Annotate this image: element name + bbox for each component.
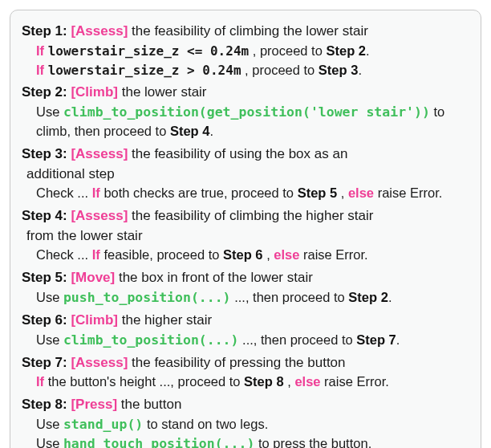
step-1-body-b: If lowerstair_size_z > 0.24m , proceed t… [22, 61, 469, 80]
step-rest-cont: additional step [26, 166, 115, 181]
text: to stand on two legs. [147, 417, 268, 431]
step-rest: the feasibility of climbing the higher s… [132, 208, 373, 223]
text: Check ... [36, 185, 92, 200]
step-rest: the feasibility of pressing the button [132, 355, 346, 370]
target: Step 6 [223, 247, 263, 262]
text: Use [36, 436, 63, 448]
fn: hand_touch_position(...) [63, 436, 254, 448]
target: Step 8 [244, 374, 284, 389]
if-kw: If [36, 43, 44, 58]
text: to press the button. [258, 436, 371, 448]
else-kw: else [274, 247, 299, 262]
step-rest: the box in front of the lower stair [119, 270, 313, 285]
text: Use [36, 332, 63, 347]
step-8-body-2: Use hand_touch_position(...) to press th… [22, 434, 469, 448]
text: Use [36, 290, 63, 304]
step-3-body: Check ... If both checks are true, proce… [22, 184, 469, 203]
text: raise Error. [324, 374, 389, 389]
text: , [287, 374, 294, 389]
step-5-head: Step 5: [Move] the box in front of the l… [22, 268, 469, 288]
if-kw: If [92, 247, 100, 262]
step-action: [Assess] [71, 355, 128, 370]
step-1-head: Step 1: [Assess] the feasibility of clim… [22, 22, 469, 42]
plan-box: Step 1: [Assess] the feasibility of clim… [10, 10, 481, 448]
step-action: [Assess] [71, 146, 128, 161]
text: Use [36, 104, 63, 119]
text: feasible, proceed to [103, 247, 223, 262]
step-5-body: Use push_to_position(...) ..., then proc… [22, 288, 469, 307]
target: Step 5 [298, 185, 338, 200]
step-action: [Move] [71, 270, 115, 285]
target: Step 3 [319, 63, 359, 77]
else-kw: else [294, 374, 320, 389]
step-1-body-a: If lowerstair_size_z <= 0.24m , proceed … [22, 42, 469, 61]
step-action: [Climb] [71, 84, 118, 100]
code: lowerstair_size_z <= 0.24m [48, 43, 249, 59]
if-kw: If [36, 374, 44, 389]
step-8-head: Step 8: [Press] the button [22, 395, 469, 415]
text: raise Error. [303, 247, 368, 262]
fn: climb_to_position(get_position('lower st… [63, 104, 430, 120]
step-3-head-cont: additional step [22, 165, 469, 185]
step-rest: the lower stair [122, 84, 207, 100]
step-num: Step 3: [22, 146, 67, 161]
step-rest: the higher stair [122, 312, 212, 328]
step-num: Step 4: [22, 208, 67, 223]
step-action: [Assess] [71, 208, 128, 223]
text: both checks are true, proceed to [103, 185, 297, 200]
step-rest: the feasibility of climbing the lower st… [132, 23, 368, 39]
step-action: [Assess] [71, 23, 128, 39]
target: Step 2 [326, 43, 366, 58]
else-kw: else [348, 185, 374, 200]
text: Check ... [36, 247, 92, 262]
text: , [266, 247, 274, 262]
text: Use [36, 417, 63, 431]
step-action: [Climb] [71, 312, 118, 328]
step-2-head: Step 2: [Climb] the lower stair [22, 83, 469, 103]
text: raise Error. [378, 185, 443, 200]
step-3-head: Step 3: [Assess] the feasibility of usin… [22, 145, 469, 165]
if-kw: If [36, 63, 44, 77]
code: lowerstair_size_z > 0.24m [48, 63, 241, 78]
target: Step 2 [348, 290, 388, 304]
if-kw: If [92, 185, 100, 200]
text: , proceed to [253, 43, 327, 58]
step-7-body: If the button's height ..., proceed to S… [22, 373, 469, 392]
step-8-body-1: Use stand_up() to stand on two legs. [22, 415, 469, 434]
text: ..., then proceed to [234, 290, 348, 304]
target: Step 7 [356, 332, 396, 347]
step-num: Step 2: [22, 84, 67, 100]
step-4-head-cont: from the lower stair [22, 226, 469, 246]
fn: stand_up() [63, 417, 143, 432]
step-action: [Press] [71, 397, 117, 412]
target: Step 4 [170, 124, 210, 138]
fn: push_to_position(...) [63, 290, 231, 305]
step-num: Step 1: [22, 23, 67, 39]
step-rest: the feasibility of using the box as an [132, 146, 347, 161]
step-rest: the button [121, 397, 182, 412]
text: ..., then proceed to [242, 332, 356, 347]
step-6-body: Use climb_to_position(...) ..., then pro… [22, 331, 469, 350]
text: , [341, 185, 348, 200]
step-4-head: Step 4: [Assess] the feasibility of clim… [22, 206, 469, 226]
step-num: Step 5: [22, 270, 67, 285]
step-num: Step 6: [22, 312, 67, 328]
step-rest-cont: from the lower stair [26, 228, 143, 243]
fn: climb_to_position(...) [63, 332, 239, 348]
step-2-body: Use climb_to_position(get_position('lowe… [22, 103, 469, 141]
step-7-head: Step 7: [Assess] the feasibility of pres… [22, 353, 469, 373]
text: the button's height ..., proceed to [48, 374, 244, 389]
step-num: Step 7: [22, 355, 67, 370]
step-6-head: Step 6: [Climb] the higher stair [22, 311, 469, 331]
step-4-body: Check ... If feasible, proceed to Step 6… [22, 246, 469, 265]
text: , proceed to [245, 63, 319, 77]
step-num: Step 8: [22, 397, 67, 412]
